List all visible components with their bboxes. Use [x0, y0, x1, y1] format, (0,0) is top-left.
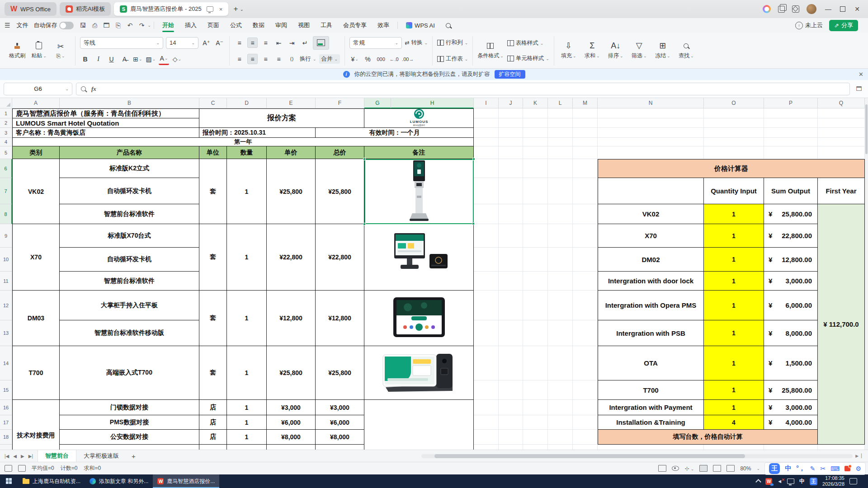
cell-D9[interactable]: 1	[227, 224, 267, 291]
cell-N6[interactable]: 价格计算器	[598, 159, 865, 178]
cell-B5[interactable]: 产品名称	[60, 146, 199, 159]
cell-D12[interactable]: 1	[227, 291, 267, 346]
formula-input[interactable]: fx	[76, 83, 850, 95]
sheet-cell-empty[interactable]	[474, 320, 499, 346]
cell-A9[interactable]: X70	[12, 224, 60, 291]
cell-E17[interactable]: ¥6,000	[267, 415, 316, 430]
horizontal-scrollbar[interactable]: ▶ ▏	[421, 454, 868, 458]
paste-button[interactable]: 粘贴⌄	[29, 35, 49, 65]
align-bottom-icon[interactable]: ≡	[260, 38, 271, 48]
cell-D14[interactable]: 1	[227, 346, 267, 400]
cell-P11[interactable]: ¥3,000.00	[764, 272, 818, 291]
sheet-cell-empty[interactable]	[704, 108, 764, 118]
cell-E16[interactable]: ¥3,000	[267, 400, 316, 415]
cell-E5[interactable]: 单价	[267, 146, 316, 159]
sheet-cell-empty[interactable]	[573, 118, 598, 128]
cell-C14[interactable]: 套	[199, 346, 227, 400]
sheet-cell-empty[interactable]	[474, 108, 499, 118]
horizontal-scroll-thumb[interactable]	[434, 454, 745, 458]
ime-scissors-icon[interactable]: ✂	[820, 465, 826, 472]
sheet-cell-empty[interactable]	[548, 204, 573, 224]
sheet-cell-empty[interactable]	[548, 430, 573, 445]
column-header-F[interactable]: F	[316, 98, 364, 108]
first-sheet-icon[interactable]: |◀	[5, 454, 9, 459]
ribbon-button-求和[interactable]: Σ求和⌄	[582, 35, 602, 65]
menu-item-开始[interactable]: 开始	[157, 18, 179, 33]
cell-C18[interactable]: 店	[199, 430, 227, 445]
sheet-cell-empty[interactable]	[818, 128, 865, 138]
sheet-cell-empty[interactable]	[523, 138, 548, 146]
sheet-cell-empty[interactable]	[499, 272, 523, 291]
strikethrough-button[interactable]: A̶	[119, 54, 130, 64]
cell-G12[interactable]	[364, 291, 474, 346]
column-header-N[interactable]: N	[598, 98, 704, 108]
format-painter-button[interactable]: 格式刷	[7, 35, 27, 65]
sheet-cell-empty[interactable]	[598, 118, 704, 128]
cell-B8[interactable]: 智慧前台标准软件	[60, 204, 199, 224]
sheet-cell-empty[interactable]	[474, 138, 499, 146]
cell-B11[interactable]: 智慧前台标准软件	[60, 272, 199, 291]
cell-B17[interactable]: PMS数据对接	[60, 415, 199, 430]
sheet-cell-empty[interactable]	[548, 118, 573, 128]
cell-O17[interactable]: 4	[704, 415, 764, 430]
page-layout-view-icon[interactable]	[713, 465, 721, 472]
taskbar-window-添加新文章 和另外...[interactable]: 添加新文章 和另外...	[85, 474, 153, 488]
sheet-cell-empty[interactable]	[573, 108, 598, 118]
sheet-cell-empty[interactable]	[573, 146, 598, 159]
sheet-cell-empty[interactable]	[499, 445, 523, 450]
sheet-cell-empty[interactable]	[548, 445, 573, 450]
cell-Q8[interactable]: ¥ 112,700.0	[818, 204, 865, 445]
sheet-cell-empty[interactable]	[523, 224, 548, 248]
close-notification-icon[interactable]: ✕	[859, 71, 863, 78]
cell-D18[interactable]: 1	[227, 430, 267, 445]
cell-D17[interactable]: 1	[227, 415, 267, 430]
borders-button[interactable]: ⊞⌄	[132, 54, 143, 64]
ime-punctuation-icon[interactable]: °，	[796, 465, 805, 473]
font-size-select[interactable]: 14⌄	[166, 37, 198, 49]
tab-document-active[interactable]: S 鹿马智慧酒店报价单 - 2025 ×	[114, 2, 228, 16]
row-header-1[interactable]: 1	[0, 108, 12, 118]
print-preview-icon[interactable]: 🗔	[101, 22, 113, 29]
redo-icon[interactable]: ↷	[136, 22, 148, 29]
zoom-chevron-icon[interactable]: ⌄	[756, 466, 760, 471]
row-header-18[interactable]: 18	[0, 430, 12, 445]
tab-wps-home[interactable]: W WPS Office	[5, 2, 57, 16]
column-header-L[interactable]: L	[548, 98, 573, 108]
align-right-icon[interactable]: ≡	[260, 54, 271, 64]
vertical-scroll-thumb[interactable]	[865, 104, 868, 154]
sheet-cell-empty[interactable]	[474, 445, 499, 450]
sheet-cell-empty[interactable]	[818, 138, 865, 146]
increase-font-icon[interactable]: A⁺	[201, 38, 212, 48]
undo-icon[interactable]: ↶	[124, 22, 136, 29]
cell-F12[interactable]: ¥12,800	[316, 291, 364, 346]
sheet-cell-empty[interactable]	[474, 248, 499, 272]
row-header-17[interactable]: 17	[0, 415, 12, 430]
sheet-cell-empty[interactable]	[474, 272, 499, 291]
cell-C17[interactable]: 店	[199, 415, 227, 430]
cell-N18[interactable]: 填写台数，价格自动计算	[598, 430, 818, 445]
column-header-M[interactable]: M	[573, 98, 598, 108]
row-header-8[interactable]: 8	[0, 204, 12, 224]
sheet-cell-empty[interactable]	[573, 272, 598, 291]
menu-item-数据[interactable]: 数据	[247, 18, 270, 33]
column-header-C[interactable]: C	[199, 98, 227, 108]
wrap-text-button[interactable]: 换行⌄	[300, 55, 316, 63]
align-left-icon[interactable]: ≡	[234, 54, 245, 64]
print-icon[interactable]: ⎙	[89, 22, 101, 29]
sheet-cell-empty[interactable]	[548, 415, 573, 430]
row-header-16[interactable]: 16	[0, 400, 12, 415]
font-color-button[interactable]: A⌄	[159, 53, 169, 65]
cell-N15[interactable]: T700	[598, 380, 704, 400]
minimize-button[interactable]: —	[824, 5, 833, 13]
sheet-cell-empty[interactable]	[499, 204, 523, 224]
ime-settings-icon[interactable]: ⚙	[855, 465, 861, 472]
cell-P10[interactable]: ¥12,800.00	[764, 248, 818, 272]
sheet-cell-empty[interactable]	[548, 128, 573, 138]
italic-button[interactable]: I	[93, 54, 104, 64]
sheet-cell-empty[interactable]	[573, 445, 598, 450]
sheet-cell-empty[interactable]	[548, 400, 573, 415]
tab-list-chevron-icon[interactable]: ⌄	[240, 7, 243, 12]
menu-item-工具[interactable]: 工具	[315, 18, 338, 33]
cell-B12[interactable]: 大掌柜手持入住平板	[60, 291, 199, 320]
sheet-cell-empty[interactable]	[474, 118, 499, 128]
